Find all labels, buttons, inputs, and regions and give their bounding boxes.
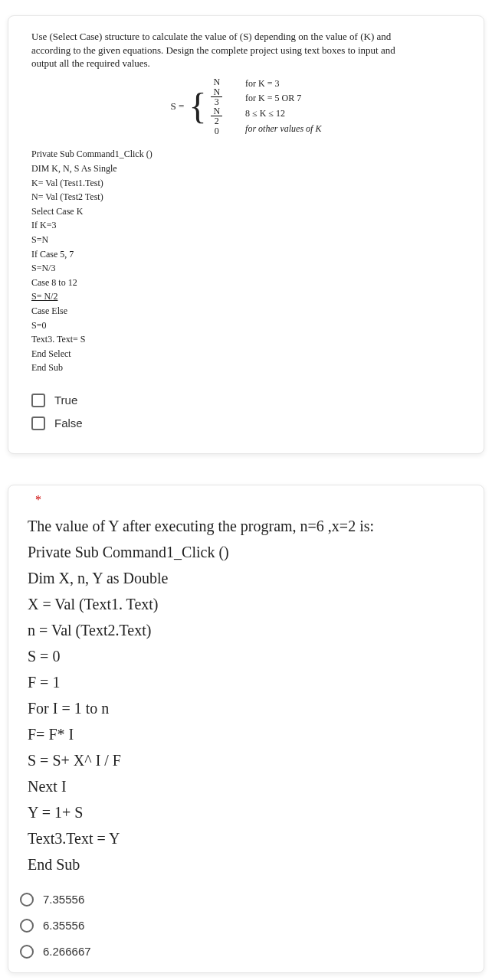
eq-cases-column: N N 3 N 2 0 [211, 77, 222, 137]
checkbox-icon[interactable] [31, 416, 45, 430]
option-label: 7.35556 [43, 893, 84, 906]
q1-equation: S = { N N 3 N 2 0 for K = 3 for K = 5 OR… [31, 77, 461, 137]
q2-code-line: End Sub [28, 851, 464, 877]
required-asterisk: * [35, 493, 472, 507]
q1-code-line: Text3. Text= S [31, 332, 461, 347]
q2-option-2[interactable]: 6.35556 [20, 913, 472, 939]
q2-code-line: n = Val (Text2.Text) [28, 617, 464, 643]
frac-den-2: 2 [212, 116, 221, 126]
q1-code-line: S=0 [31, 318, 461, 333]
q1-code-line: S=N/3 [31, 261, 461, 276]
case-zero: 0 [215, 126, 219, 136]
q1-code-line: End Select [31, 347, 461, 361]
radio-icon[interactable] [20, 945, 34, 959]
eq-s-label: S = [171, 100, 185, 113]
q1-code-line: S=N [31, 233, 461, 247]
eq-left: S = { N N 3 N 2 0 [171, 77, 223, 137]
q2-code-line: F= F* I [28, 721, 464, 747]
cond-1: for K = 3 [245, 78, 321, 90]
cond-3: 8 ≤ K ≤ 12 [245, 108, 321, 120]
q2-code-line: For I = 1 to n [28, 695, 464, 721]
q1-code-line: End Sub [31, 361, 461, 375]
q1-code-line: K= Val (Test1.Test) [31, 176, 461, 191]
q1-code-line: Private Sub Command1_Click () [31, 147, 461, 162]
cond-2: for K = 5 OR 7 [245, 93, 321, 105]
option-label: True [54, 394, 77, 407]
q2-code-line: S = 0 [28, 643, 464, 669]
q2-code-line: Next I [28, 773, 464, 799]
checkbox-icon[interactable] [31, 394, 45, 407]
q2-code-line: S = S+ X^ I / F [28, 747, 464, 773]
option-label: False [54, 416, 83, 430]
case-frac-n3: N 3 [211, 87, 222, 106]
q2-option-1[interactable]: 7.35556 [20, 887, 472, 913]
case-frac-n2: N 2 [211, 106, 222, 126]
q1-code-line: Case 8 to 12 [31, 276, 461, 290]
radio-icon[interactable] [20, 893, 34, 906]
q2-code-line: X = Val (Text1. Text) [28, 591, 464, 617]
q2-code-line: Private Sub Command1_Click () [28, 539, 464, 565]
q2-option-3[interactable]: 6.266667 [20, 939, 472, 965]
cond-4: for other values of K [245, 123, 321, 136]
q1-code-line: Case Else [31, 304, 461, 318]
radio-icon[interactable] [20, 919, 34, 933]
q2-code-line: F = 1 [28, 669, 464, 695]
q1-code-line: S= N/2 [31, 289, 461, 304]
q1-option-false[interactable]: False [31, 412, 461, 435]
q1-code-line: If Case 5, 7 [31, 247, 461, 262]
q2-code-line: Dim X, n, Y as Double [28, 565, 464, 591]
q1-code-line: If K=3 [31, 218, 461, 233]
q2-body: The value of Y after executing the progr… [20, 513, 472, 877]
q1-intro-text: Use (Select Case) structure to calculate… [31, 30, 399, 70]
question2-card: * The value of Y after executing the pro… [8, 485, 484, 973]
q1-code-line: DIM K, N, S As Single [31, 162, 461, 176]
q1-code-block: Private Sub Command1_Click () DIM K, N, … [31, 147, 461, 375]
q2-code-line: Text3.Text = Y [28, 825, 464, 851]
case-N-1: N [213, 77, 220, 87]
eq-conditions: for K = 3 for K = 5 OR 7 8 ≤ K ≤ 12 for … [245, 78, 321, 135]
question1-card: Use (Select Case) structure to calculate… [8, 15, 484, 454]
option-label: 6.266667 [43, 945, 91, 958]
q2-options: 7.35556 6.35556 6.266667 [20, 887, 472, 965]
q1-option-true[interactable]: True [31, 389, 461, 412]
q2-prompt: The value of Y after executing the progr… [28, 513, 464, 539]
left-brace: { [189, 88, 206, 125]
q1-code-line: Select Case K [31, 204, 461, 219]
q2-code-line: Y = 1+ S [28, 799, 464, 825]
option-label: 6.35556 [43, 919, 84, 932]
q1-options: True False [31, 389, 461, 435]
q1-code-line: N= Val (Test2 Test) [31, 190, 461, 204]
